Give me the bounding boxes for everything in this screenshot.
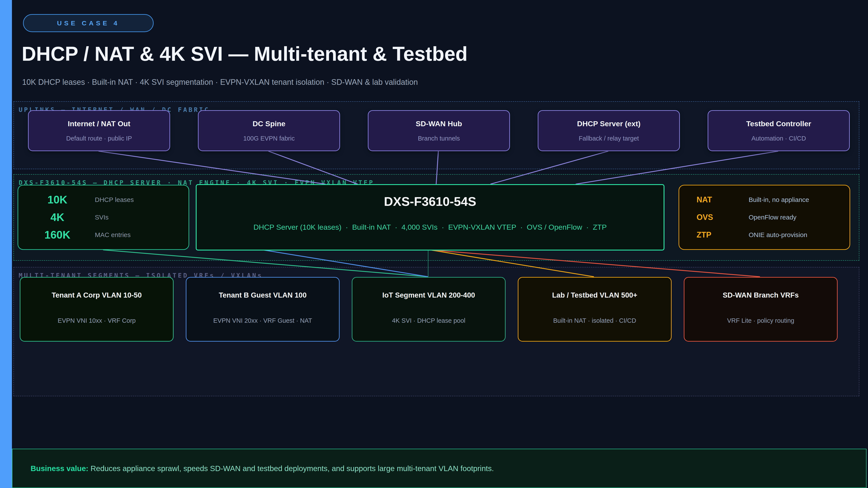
tenant-title: SD-WAN Branch VRFs [723, 291, 799, 299]
stat-label-svis: SVIs [95, 214, 189, 221]
tenant-title: Tenant B Guest VLAN 100 [219, 291, 307, 299]
uplink-subtitle: Fallback / relay target [579, 135, 639, 142]
tenant-title: Lab / Testbed VLAN 500+ [552, 291, 637, 299]
section-switch: DXS-F3610-54S — DHCP SERVER · NAT ENGINE… [13, 174, 859, 261]
tenant-subtitle: Built-in NAT · isolated · CI/CD [553, 317, 636, 324]
section-tenants: MULTI-TENANT SEGMENTS — ISOLATED VRFs / … [13, 267, 859, 396]
device-features: DHCP Server (10K leases) · Built-in NAT … [253, 223, 607, 231]
business-value-label: Business value: [31, 464, 89, 473]
page-title: DHCP / NAT & 4K SVI — Multi-tenant & Tes… [22, 42, 468, 65]
stat-value-mac-entries: 160K [33, 229, 82, 241]
tenant-title: Tenant A Corp VLAN 10-50 [52, 291, 142, 299]
uplink-box-dc-spine: DC Spine 100G EVPN fabric [198, 110, 340, 151]
device-name: DXS-F3610-54S [384, 194, 476, 209]
uplink-subtitle: Branch tunnels [418, 135, 460, 142]
capability-key-ztp: ZTP [696, 230, 733, 239]
capability-desc-nat: Built-in, no appliance [749, 196, 849, 203]
uplink-title: DHCP Server (ext) [577, 120, 640, 128]
switch-stats-box: 10K DHCP leases 4K SVIs 160K MAC entries [18, 185, 189, 250]
tenant-box-tenant-b: Tenant B Guest VLAN 100 EVPN VNI 20xx · … [186, 277, 340, 341]
uplink-box-internet-nat-out: Internet / NAT Out Default route · publi… [28, 110, 170, 151]
uplink-box-testbed-controller: Testbed Controller Automation · CI/CD [708, 110, 850, 151]
capability-desc-ovs: OpenFlow ready [749, 214, 849, 221]
left-accent-stripe [0, 0, 12, 488]
tenant-box-lab-testbed: Lab / Testbed VLAN 500+ Built-in NAT · i… [518, 277, 672, 341]
tenant-subtitle: VRF Lite · policy routing [727, 317, 794, 324]
stat-value-svis: 4K [33, 211, 82, 224]
tenant-subtitle: EVPN VNI 20xx · VRF Guest · NAT [213, 317, 312, 324]
uplink-title: Internet / NAT Out [68, 120, 130, 128]
uplink-subtitle: 100G EVPN fabric [243, 135, 295, 142]
uplink-box-sdwan-hub: SD-WAN Hub Branch tunnels [368, 110, 510, 151]
uplink-row: Internet / NAT Out Default route · publi… [28, 110, 850, 151]
use-case-badge: USE CASE 4 [23, 14, 154, 32]
capability-key-ovs: OVS [696, 213, 733, 222]
tenant-subtitle: 4K SVI · DHCP lease pool [392, 317, 465, 324]
stat-value-dhcp-leases: 10K [33, 193, 82, 206]
tenant-box-iot-segment: IoT Segment VLAN 200-400 4K SVI · DHCP l… [352, 277, 506, 341]
business-value-text: Reduces appliance sprawl, speeds SD-WAN … [89, 464, 494, 473]
tenant-box-sdwan-branch: SD-WAN Branch VRFs VRF Lite · policy rou… [684, 277, 838, 341]
business-value-bar: Business value: Reduces appliance sprawl… [12, 449, 866, 488]
section-uplinks: UPLINKS — INTERNET / WAN / DC FABRIC Int… [13, 101, 859, 169]
tenant-subtitle: EVPN VNI 10xx · VRF Corp [58, 317, 135, 324]
uplink-subtitle: Automation · CI/CD [751, 135, 806, 142]
tenant-title: IoT Segment VLAN 200-400 [382, 291, 475, 299]
capability-key-nat: NAT [696, 195, 733, 204]
uplink-title: DC Spine [253, 120, 285, 128]
uplink-subtitle: Default route · public IP [66, 135, 132, 142]
page-subtitle: 10K DHCP leases · Built-in NAT · 4K SVI … [22, 78, 418, 87]
tenant-row: Tenant A Corp VLAN 10-50 EVPN VNI 10xx ·… [20, 277, 838, 341]
stat-label-mac-entries: MAC entries [95, 231, 189, 238]
uplink-box-dhcp-server-ext: DHCP Server (ext) Fallback / relay targe… [538, 110, 680, 151]
stat-label-dhcp-leases: DHCP leases [95, 196, 189, 203]
switch-capabilities-box: NAT Built-in, no appliance OVS OpenFlow … [679, 185, 850, 250]
use-case-badge-label: USE CASE 4 [57, 20, 120, 27]
capability-desc-ztp: ONIE auto-provision [749, 231, 849, 238]
uplink-title: Testbed Controller [746, 120, 811, 128]
uplink-title: SD-WAN Hub [416, 120, 462, 128]
tenant-box-tenant-a: Tenant A Corp VLAN 10-50 EVPN VNI 10xx ·… [20, 277, 174, 341]
switch-device-box: DXS-F3610-54S DHCP Server (10K leases) ·… [196, 184, 664, 251]
